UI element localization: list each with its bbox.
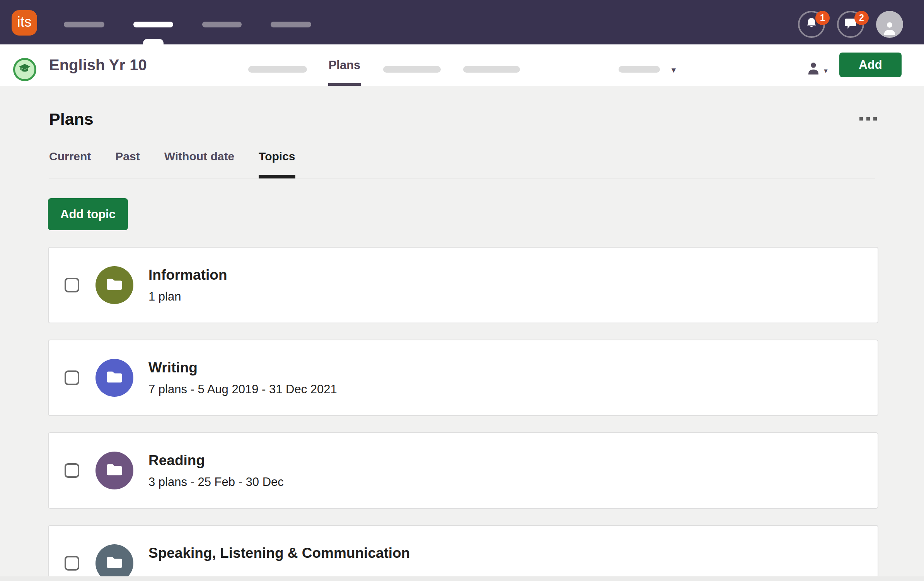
- tab-topics[interactable]: Topics: [259, 147, 295, 178]
- graduation-cap-icon: [18, 62, 31, 77]
- topic-checkbox[interactable]: [65, 278, 79, 292]
- caret-down-icon[interactable]: ▼: [670, 66, 677, 75]
- messages-button[interactable]: 2: [837, 11, 864, 38]
- tab-current[interactable]: Current: [49, 147, 91, 178]
- topic-texts: Speaking, Listening & Communication: [148, 545, 410, 581]
- topic-texts: Writing 7 plans - 5 Aug 2019 - 31 Dec 20…: [148, 359, 337, 397]
- topic-card[interactable]: Information 1 plan: [48, 247, 878, 323]
- topic-subtitle: 1 plan: [148, 289, 227, 304]
- topic-subtitle: 7 plans - 5 Aug 2019 - 31 Dec 2021: [148, 382, 337, 397]
- topic-title[interactable]: Information: [148, 267, 227, 284]
- viewport-bottom-strip: [0, 576, 924, 581]
- topic-title[interactable]: Speaking, Listening & Communication: [148, 545, 410, 562]
- add-button[interactable]: Add: [839, 53, 902, 77]
- nav-item-placeholder-1[interactable]: [64, 22, 104, 27]
- course-avatar[interactable]: [13, 58, 36, 81]
- course-tab-active-underline: [328, 83, 361, 86]
- user-avatar[interactable]: [876, 11, 903, 38]
- course-tab-placeholder-3[interactable]: [463, 66, 520, 73]
- topic-folder-badge: [95, 544, 133, 581]
- topic-card[interactable]: Reading 3 plans - 25 Feb - 30 Dec: [48, 432, 878, 509]
- add-topic-button[interactable]: Add topic: [48, 198, 128, 230]
- folder-icon: [106, 554, 123, 573]
- topic-texts: Information 1 plan: [148, 267, 227, 304]
- ellipsis-dot: [866, 117, 870, 121]
- itslearning-logo[interactable]: its: [12, 10, 37, 36]
- ellipsis-dot: [859, 117, 863, 121]
- folder-icon: [106, 275, 123, 295]
- ellipsis-dot: [873, 117, 877, 121]
- tab-topics-label: Topics: [259, 150, 295, 163]
- course-tab-placeholder-2[interactable]: [383, 66, 441, 73]
- course-header: English Yr 10 Plans ▼ ▼ Add: [0, 44, 924, 86]
- topic-texts: Reading 3 plans - 25 Feb - 30 Dec: [148, 452, 284, 489]
- topic-folder-badge: [95, 452, 133, 489]
- nav-item-placeholder-2[interactable]: [202, 22, 242, 27]
- person-icon: [881, 19, 898, 38]
- topic-title[interactable]: Reading: [148, 452, 284, 469]
- tab-without-date[interactable]: Without date: [164, 147, 234, 178]
- topic-title[interactable]: Writing: [148, 359, 337, 376]
- active-nav-indicator: [143, 39, 164, 44]
- course-title: English Yr 10: [49, 44, 147, 86]
- topic-card[interactable]: Writing 7 plans - 5 Aug 2019 - 31 Dec 20…: [48, 340, 878, 416]
- notifications-count-badge: 1: [815, 11, 830, 25]
- page-title: Plans: [49, 110, 94, 129]
- topic-checkbox[interactable]: [65, 463, 79, 478]
- caret-down-icon[interactable]: ▼: [823, 68, 829, 75]
- nav-item-placeholder-active[interactable]: [133, 22, 173, 27]
- more-options-button[interactable]: [859, 117, 877, 122]
- topic-checkbox[interactable]: [65, 370, 79, 385]
- tab-past[interactable]: Past: [115, 147, 140, 178]
- topic-checkbox[interactable]: [65, 556, 79, 571]
- topic-folder-badge: [95, 266, 133, 304]
- active-tab-underline: [259, 175, 295, 178]
- course-dropdown-placeholder[interactable]: [619, 66, 660, 73]
- folder-icon: [106, 461, 123, 480]
- folder-icon: [106, 368, 123, 387]
- topic-folder-badge: [95, 359, 133, 397]
- topic-card[interactable]: Speaking, Listening & Communication: [48, 525, 878, 581]
- course-tab-placeholder-1[interactable]: [248, 66, 307, 73]
- nav-item-placeholder-3[interactable]: [271, 22, 311, 27]
- topbar: its 1 2: [0, 0, 924, 44]
- notifications-button[interactable]: 1: [798, 11, 825, 38]
- messages-count-badge: 2: [854, 11, 869, 25]
- plans-tabs: Current Past Without date Topics: [49, 147, 875, 178]
- course-tab-plans[interactable]: Plans: [321, 44, 368, 86]
- participants-button[interactable]: [806, 59, 821, 77]
- topic-subtitle: 3 plans - 25 Feb - 30 Dec: [148, 475, 284, 489]
